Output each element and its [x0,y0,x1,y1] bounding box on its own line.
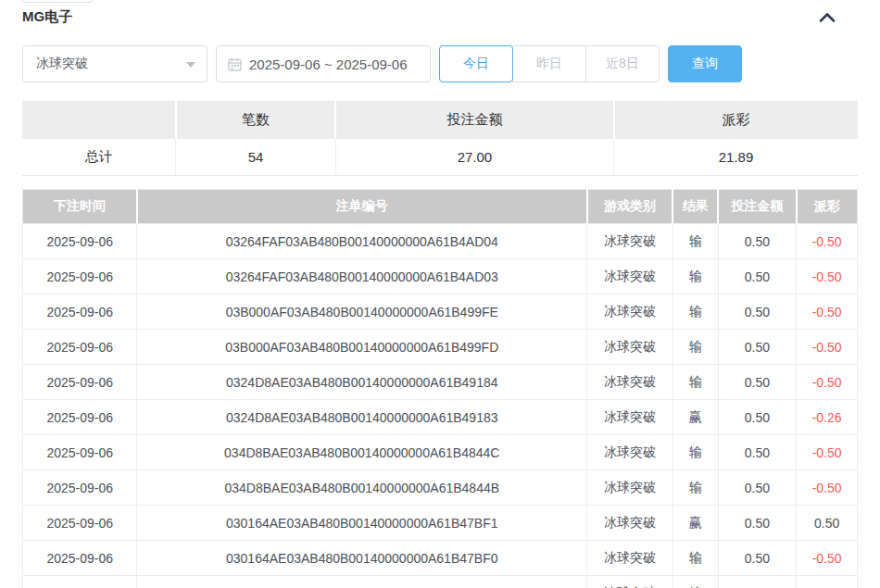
bet-amount: 0.50 [718,541,797,576]
quick-yesterday-button[interactable]: 昨日 [512,45,586,82]
bet-payout: -0.50 [797,470,858,506]
bet-id: 03B000AF03AB480B00140000000A61B499FD [137,330,587,365]
bet-id: 03264FAF03AB480B00140000000A61B4AD03 [137,259,587,294]
filter-bar: 冰球突破 2025-09-06 ~ 2025-09-06 今日 昨 [22,45,858,82]
table-row: 2025-09-06 034D8BAE03AB480B00140000000A6… [23,435,858,470]
bet-result: 输 [673,470,718,506]
bet-game-type: 冰球突破 [587,576,673,588]
bet-date: 2025-09-06 [23,294,137,330]
query-button[interactable]: 查询 [668,45,742,82]
col-header-bet-id: 注单编号 [137,190,587,224]
table-row: 2025-09-06 030164AE03AB480B00140000000A6… [23,506,858,541]
bet-result: 赢 [673,506,718,541]
bet-result: 输 [673,224,718,259]
bet-amount: 0.50 [718,435,797,470]
bet-result: 输 [673,294,718,330]
clipped-scroll-artifact [22,0,93,3]
summary-header-count: 笔数 [176,102,335,139]
bet-date: 2025-09-06 [23,506,137,541]
game-select[interactable]: 冰球突破 [22,45,207,82]
quick-today-button[interactable]: 今日 [439,45,513,82]
bet-result: 输 [673,330,718,365]
bet-amount: 0.50 [718,294,797,330]
table-row: 2025-09-06 0324D8AE03AB480B00140000000A6… [23,365,858,400]
bet-date: 2025-09-06 [23,541,137,576]
bet-payout: -0.50 [797,224,858,259]
bet-game-type: 冰球突破 [587,224,673,259]
summary-header-empty [22,102,176,139]
bet-date: 2025-09-06 [23,259,137,294]
summary-total-bet-amount: 27.00 [335,139,613,176]
chevron-up-icon [819,12,836,23]
date-range-input[interactable]: 2025-09-06 ~ 2025-09-06 [216,45,431,82]
game-records-panel: MG电子 冰球突破 [0,0,880,588]
bet-id: 034D8BAE03AB480B00140000000A61B4844C [137,435,587,470]
bet-payout: -0.50 [797,330,858,365]
bet-payout: -0.26 [797,400,858,435]
table-row: 2025-09-06 0301644E03AB480B00140000000A6… [23,576,858,588]
summary-header-row: 笔数 投注金额 派彩 [22,102,858,139]
quick-date-group: 今日 昨日 近8日 [439,45,660,82]
summary-header-bet-amount: 投注金额 [335,102,613,139]
bet-game-type: 冰球突破 [587,259,673,294]
bet-date: 2025-09-06 [23,435,137,470]
bet-date: 2025-09-06 [23,576,137,588]
panel-header: MG电子 [22,0,858,26]
bet-id: 03B000AF03AB480B00140000000A61B499FE [137,294,587,330]
chevron-down-icon [186,62,195,68]
collapse-button[interactable] [817,10,837,25]
bet-game-type: 冰球突破 [587,294,673,330]
bet-game-type: 冰球突破 [587,506,673,541]
bet-amount: 0.50 [718,506,797,541]
quick-last8days-button[interactable]: 近8日 [585,45,660,82]
bet-game-type: 冰球突破 [587,435,673,470]
bet-date: 2025-09-06 [23,400,137,435]
summary-header-payout: 派彩 [614,102,858,139]
bet-result: 输 [673,259,718,294]
table-row: 2025-09-06 03B000AF03AB480B00140000000A6… [23,294,858,330]
table-row: 2025-09-06 030164AE03AB480B00140000000A6… [23,541,858,576]
bet-date: 2025-09-06 [23,365,137,400]
bet-result: 输 [673,365,718,400]
bet-payout: -0.50 [797,294,858,330]
bet-payout: -0.50 [797,435,858,470]
table-row: 2025-09-06 03264FAF03AB480B00140000000A6… [23,224,858,259]
page-title: MG电子 [22,8,72,26]
bet-date: 2025-09-06 [23,470,137,506]
bet-amount: 0.50 [718,576,797,588]
summary-table: 笔数 投注金额 派彩 总计 54 27.00 21.89 [22,101,858,176]
col-header-payout: 派彩 [797,190,858,224]
bet-id: 0324D8AE03AB480B00140000000A61B49183 [137,400,587,435]
col-header-bet-time: 下注时间 [23,190,137,224]
bet-amount: 0.50 [718,365,797,400]
bet-id: 0324D8AE03AB480B00140000000A61B49184 [137,365,587,400]
bet-amount: 0.50 [718,330,797,365]
bet-result: 输 [673,435,718,470]
bet-payout: -0.50 [797,576,858,588]
bet-result: 输 [673,541,718,576]
table-row: 2025-09-06 03264FAF03AB480B00140000000A6… [23,259,858,294]
table-row: 2025-09-06 034D8BAE03AB480B00140000000A6… [23,470,858,506]
bet-records-table: 下注时间 注单编号 游戏类别 结果 投注金额 派彩 2025-09-06 032… [22,189,858,588]
summary-total-label: 总计 [22,139,176,176]
bet-id: 03264FAF03AB480B00140000000A61B4AD04 [137,224,587,259]
summary-total-count: 54 [176,139,335,176]
bet-table-body: 2025-09-06 03264FAF03AB480B00140000000A6… [23,224,858,588]
bet-game-type: 冰球突破 [587,400,673,435]
bet-game-type: 冰球突破 [587,330,673,365]
bet-payout: -0.50 [797,541,858,576]
col-header-result: 结果 [673,190,718,224]
bet-amount: 0.50 [718,224,797,259]
bet-payout: 0.50 [797,506,858,541]
bet-result: 赢 [673,400,718,435]
bet-table-header-row: 下注时间 注单编号 游戏类别 结果 投注金额 派彩 [23,190,858,224]
col-header-bet-amount: 投注金额 [718,190,797,224]
bet-amount: 0.50 [718,259,797,294]
bet-id: 030164AE03AB480B00140000000A61B47BF0 [137,541,587,576]
bet-amount: 0.50 [718,470,797,506]
game-select-value: 冰球突破 [36,56,88,72]
bet-game-type: 冰球突破 [587,365,673,400]
summary-total-payout: 21.89 [614,139,858,176]
bet-game-type: 冰球突破 [587,470,673,506]
table-row: 2025-09-06 0324D8AE03AB480B00140000000A6… [23,400,858,435]
